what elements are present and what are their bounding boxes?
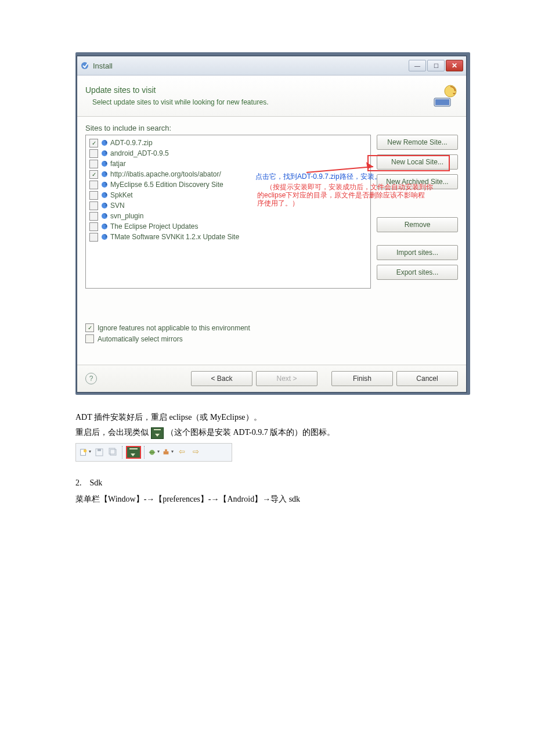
opt-auto-mirrors[interactable]: Automatically select mirrors [85,334,458,343]
sites-buttons: New Remote Site... New Local Site... New… [377,135,458,289]
site-label: The Eclipse Project Updates [110,222,198,231]
checkbox-icon[interactable] [89,170,98,179]
checkbox-icon[interactable] [89,212,98,221]
paragraph: ADT 插件安装好后，重启 eclipse（或 MyEclipse）。 [75,411,464,424]
sdk-title: Sdk [90,477,103,489]
checkbox-icon[interactable] [89,222,98,231]
minimize-button[interactable]: — [409,60,426,71]
dialog-body: Sites to include in search: ADT-0.9.7.zi… [77,117,466,365]
install-dialog: Install — ☐ ✕ Update sites to visit Sele… [77,56,467,393]
svg-rect-35 [165,449,167,452]
remove-button[interactable]: Remove [377,217,458,232]
close-button[interactable]: ✕ [446,60,463,71]
site-label: fatjar [110,160,126,168]
update-site-icon [100,212,109,220]
window-controls: — ☐ ✕ [407,60,463,71]
sdk-instruction: 菜单栏【Window】-→【preferences】-→【Android】→导入… [75,493,464,506]
site-item[interactable]: The Eclipse Project Updates [87,221,369,232]
update-site-icon [100,170,109,178]
site-item[interactable]: TMate Software SVNKit 1.2.x Update Site [87,232,369,242]
site-label: TMate Software SVNKit 1.2.x Update Site [110,233,239,241]
cancel-button[interactable]: Cancel [396,371,458,386]
site-item[interactable]: ADT-0.9.7.zip [87,138,369,148]
external-tools-icon [162,447,174,458]
site-item[interactable]: android_ADT-0.9.5 [87,148,369,159]
site-item[interactable]: fatjar [87,159,369,169]
checkbox-icon[interactable] [89,139,98,147]
site-label: SpkKet [110,191,133,199]
site-item[interactable]: svn_plugin [87,211,369,221]
checkbox-icon[interactable] [89,201,98,210]
update-site-icon [100,201,109,210]
next-button[interactable]: Next > [256,371,317,386]
site-item[interactable]: MyEclipse 6.5 Edition Discovery Site [87,179,369,190]
checkbox-icon[interactable] [89,160,98,168]
new-remote-site-button[interactable]: New Remote Site... [377,135,458,150]
titlebar: Install — ☐ ✕ [77,56,466,75]
window-title: Install [93,62,407,70]
update-site-icon [100,149,109,157]
svg-rect-34 [164,451,169,454]
checkbox-icon[interactable] [89,149,98,158]
sites-list[interactable]: ADT-0.9.7.zipandroid_ADT-0.9.5fatjarhttp… [85,135,371,289]
options: Ignore features not applicable to this e… [85,323,458,343]
site-item[interactable]: http://ibatis.apache.org/tools/abator/ [87,169,369,179]
sdk-number: 2. [75,477,82,489]
update-site-icon [100,233,109,241]
site-label: ADT-0.9.7.zip [110,139,153,147]
site-label: http://ibatis.apache.org/tools/abator/ [110,170,221,178]
save-icon [93,447,105,458]
back-arrow-icon: ⇦ [176,447,187,458]
adt-icon [151,427,164,439]
svg-rect-29 [98,449,101,451]
back-button[interactable]: < Back [191,371,252,386]
dialog-header: Update sites to visit Select update site… [77,75,466,117]
wizard-footer: ? < Back Next > Finish Cancel [77,365,466,392]
site-label: android_ADT-0.9.5 [110,149,169,157]
debug-icon [148,447,160,458]
site-label: MyEclipse 6.5 Edition Discovery Site [110,181,223,189]
paragraph-before-icon: 重启后，会出现类似 [75,426,149,439]
install-icon [80,61,89,70]
opt-label: Ignore features not applicable to this e… [98,324,250,332]
forward-arrow-icon: ⇨ [190,447,201,458]
update-site-icon [100,139,109,147]
site-label: svn_plugin [110,212,143,220]
opt-label: Automatically select mirrors [98,335,183,343]
svg-point-27 [84,449,86,452]
export-sites-button[interactable]: Export sites... [377,265,458,280]
site-item[interactable]: SpkKet [87,190,369,200]
new-archived-site-button[interactable]: New Archived Site... [377,174,458,189]
site-label: SVN [110,201,125,210]
checkbox-icon[interactable] [89,233,98,242]
finish-button[interactable]: Finish [331,371,393,386]
update-site-icon [100,222,109,231]
eclipse-toolbar: ⇦ ⇨ [75,443,232,462]
import-sites-button[interactable]: Import sites... [377,245,458,260]
maximize-button[interactable]: ☐ [427,60,445,71]
new-local-site-button[interactable]: New Local Site... [377,154,458,170]
checkbox-icon[interactable] [85,334,94,343]
header-title: Update sites to visit [85,85,430,95]
sdk-heading: 2. Sdk [75,477,464,489]
site-item[interactable]: SVN [87,200,369,211]
save-all-icon [107,447,119,458]
help-button[interactable]: ? [85,373,97,384]
update-site-icon [430,81,459,110]
checkbox-icon[interactable] [89,181,98,189]
adt-manager-icon [126,446,141,459]
checkbox-icon[interactable] [89,191,98,200]
checkbox-icon[interactable] [85,323,94,332]
article-text: ADT 插件安装好后，重启 eclipse（或 MyEclipse）。 重启后，… [75,411,464,506]
svg-rect-2 [435,99,449,105]
sites-label: Sites to include in search: [85,124,458,132]
update-site-icon [100,191,109,199]
paragraph-after-icon: （这个图标是安装 ADT-0.9.7 版本的）的图标。 [166,426,335,439]
opt-ignore-features[interactable]: Ignore features not applicable to this e… [85,323,458,332]
header-subtitle: Select update sites to visit while looki… [85,98,430,106]
update-site-icon [100,181,109,189]
update-site-icon [100,160,109,168]
new-icon [80,447,91,458]
install-dialog-frame: Install — ☐ ✕ Update sites to visit Sele… [75,52,470,395]
